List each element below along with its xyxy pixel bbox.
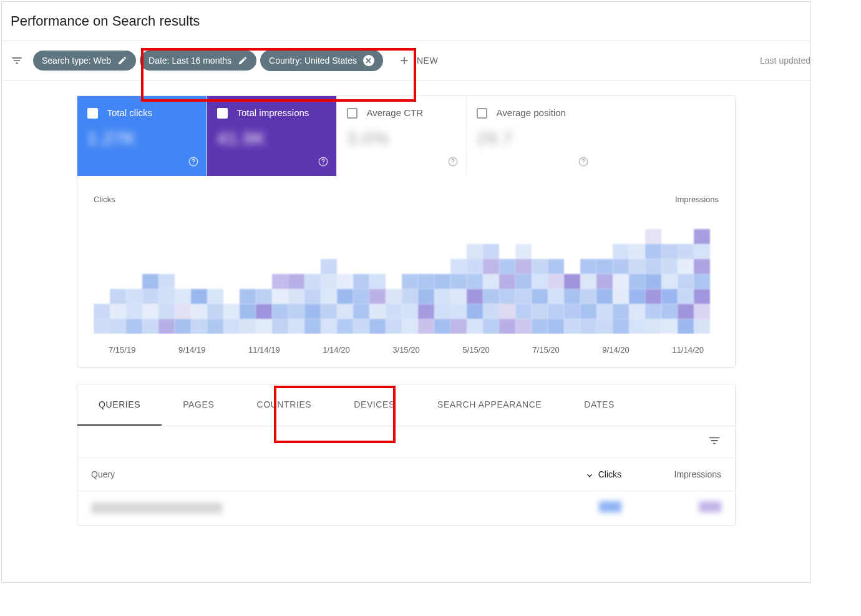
metric-average-ctr[interactable]: Average CTR 3.0%	[337, 96, 467, 176]
tab-countries[interactable]: COUNTRIES	[235, 384, 333, 426]
xtick: 3/15/20	[392, 345, 419, 354]
last-updated-label: Last updated	[760, 56, 810, 66]
th-impressions[interactable]: Impressions	[621, 469, 721, 479]
checkbox-icon	[347, 108, 358, 119]
tab-queries[interactable]: QUERIES	[77, 384, 162, 426]
pencil-icon	[117, 56, 127, 66]
plus-icon	[398, 54, 411, 67]
xtick: 7/15/20	[532, 345, 559, 354]
cell-clicks	[599, 501, 621, 512]
chip-country[interactable]: Country: United States ✕	[260, 50, 383, 71]
th-query[interactable]: Query	[91, 469, 547, 479]
chip-search-type-label: Search type: Web	[42, 56, 111, 66]
help-icon[interactable]	[318, 156, 329, 170]
tab-pages[interactable]: PAGES	[162, 384, 235, 426]
page-header: Performance on Search results	[2, 2, 810, 41]
table-filter-row	[77, 426, 735, 458]
metric-position-label: Average position	[496, 107, 565, 118]
help-icon[interactable]	[578, 156, 589, 170]
chart-right-axis-label: Impressions	[675, 195, 719, 204]
metric-clicks-label: Total clicks	[107, 107, 152, 118]
xtick: 11/14/20	[672, 345, 704, 354]
metric-clicks-value: 1.27K	[87, 129, 197, 149]
tab-dates[interactable]: DATES	[563, 384, 636, 426]
help-icon[interactable]	[447, 156, 459, 170]
cell-query	[91, 502, 222, 514]
close-icon[interactable]: ✕	[363, 55, 374, 66]
table-row[interactable]	[77, 491, 735, 525]
tabs-row: QUERIES PAGES COUNTRIES DEVICES SEARCH A…	[77, 384, 735, 426]
pencil-icon	[238, 56, 248, 66]
metric-position-value: 29.7	[477, 129, 586, 149]
tab-devices[interactable]: DEVICES	[333, 384, 416, 426]
xtick: 7/15/19	[109, 345, 135, 354]
metric-ctr-label: Average CTR	[366, 107, 423, 118]
performance-chart[interactable]	[94, 209, 719, 334]
arrow-down-icon	[585, 469, 595, 479]
chart-x-axis: 7/15/19 9/14/19 11/14/19 1/14/20 3/15/20…	[94, 345, 719, 354]
metric-row: Total clicks 1.27K Total impressions 41.…	[77, 96, 735, 176]
metric-impressions-label: Total impressions	[236, 107, 309, 118]
add-filter-button[interactable]: NEW	[398, 54, 438, 67]
checkbox-icon	[217, 108, 228, 119]
page-title: Performance on Search results	[11, 13, 802, 29]
help-icon[interactable]	[188, 156, 199, 170]
th-clicks[interactable]: Clicks	[547, 469, 621, 479]
chip-date[interactable]: Date: Last 16 months	[140, 51, 256, 71]
checkbox-icon	[477, 108, 487, 119]
xtick: 5/15/20	[462, 345, 489, 354]
checkbox-icon	[87, 108, 98, 119]
metric-average-position[interactable]: Average position 29.7	[467, 96, 596, 176]
chip-country-label: Country: United States	[269, 56, 357, 66]
metric-ctr-value: 3.0%	[347, 129, 456, 149]
chip-date-label: Date: Last 16 months	[148, 56, 231, 66]
add-filter-label: NEW	[417, 56, 438, 66]
metric-total-impressions[interactable]: Total impressions 41.9K	[207, 96, 337, 176]
chart-area: Clicks Impressions 7/15/19 9/14/19 11/14…	[77, 176, 735, 367]
performance-card: Total clicks 1.27K Total impressions 41.…	[77, 95, 736, 368]
metric-total-clicks[interactable]: Total clicks 1.27K	[77, 96, 207, 176]
tabs-card: QUERIES PAGES COUNTRIES DEVICES SEARCH A…	[77, 384, 736, 526]
metric-impressions-value: 41.9K	[217, 129, 326, 149]
filter-bar: Search type: Web Date: Last 16 months Co…	[2, 41, 810, 81]
xtick: 11/14/19	[248, 345, 280, 354]
th-clicks-label: Clicks	[598, 469, 621, 479]
xtick: 1/14/20	[323, 345, 349, 354]
cell-impressions	[699, 501, 721, 512]
table-filter-icon[interactable]	[708, 434, 721, 450]
xtick: 9/14/20	[602, 345, 629, 354]
chip-search-type[interactable]: Search type: Web	[33, 51, 136, 71]
tab-search-appearance[interactable]: SEARCH APPEARANCE	[416, 384, 563, 426]
table-header: Query Clicks Impressions	[77, 458, 735, 491]
filter-icon[interactable]	[9, 53, 24, 68]
chart-left-axis-label: Clicks	[94, 195, 115, 204]
xtick: 9/14/19	[178, 345, 205, 354]
